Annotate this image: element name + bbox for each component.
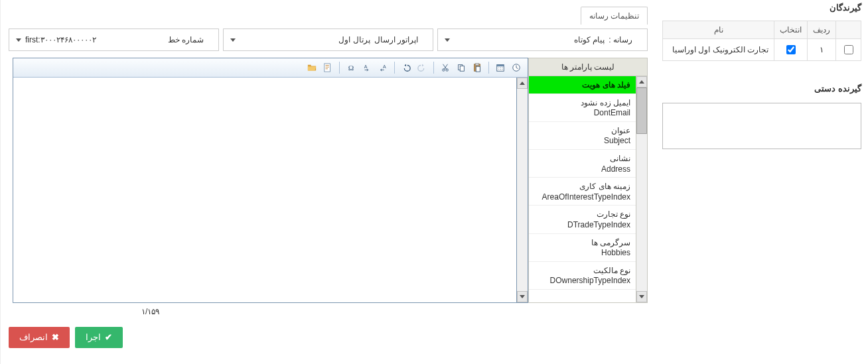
operator-select[interactable]: اپراتور ارسال پرتال اول — [223, 29, 433, 51]
param-item[interactable]: فیلد های هویت — [529, 76, 636, 94]
param-label-fa: زمینه های کاری — [534, 182, 630, 192]
cancel-label: انصراف — [19, 332, 48, 343]
param-label-en: Hobbies — [601, 248, 630, 257]
param-item[interactable]: نشانیAddress — [529, 150, 636, 178]
redo-icon[interactable] — [415, 60, 429, 75]
param-label-fa: فیلد های هویت — [534, 80, 630, 91]
content-row: لیست پارامتر ها فیلد های هویتایمیل زده ن… — [9, 58, 648, 303]
paste-icon[interactable] — [470, 60, 484, 75]
param-item[interactable]: نوع تجارتDTradeTypeIndex — [529, 206, 636, 233]
svg-text:Ω: Ω — [348, 64, 354, 72]
separator — [394, 62, 395, 74]
col-row: ردیف — [808, 21, 836, 39]
char-counter: ۱/۱۵۹ — [132, 303, 656, 316]
param-label-fa: سرگرمی ها — [534, 238, 630, 249]
line-select[interactable]: شماره خط first:۳۰۰۰۲۴۶۸۰۰۰۰۰۲ — [9, 29, 219, 51]
cancel-button[interactable]: ✖ انصراف — [9, 327, 70, 348]
media-label: رسانه : — [609, 35, 632, 44]
param-label-fa: عنوان — [534, 126, 630, 137]
operator-label: اپراتور ارسال — [374, 35, 418, 44]
run-button[interactable]: ✔ اجرا — [75, 327, 123, 348]
buttons-row: ✔ اجرا ✖ انصراف — [9, 327, 648, 348]
param-label-en: DOwnershipTypeIndex — [550, 276, 630, 285]
recipients-table: ردیف انتخاب نام ۱تجارت الکترونیک اول اور… — [662, 21, 861, 61]
cut-icon[interactable] — [438, 60, 453, 75]
svg-rect-12 — [497, 65, 504, 67]
omega-icon[interactable]: Ω — [344, 60, 358, 75]
undo-icon[interactable] — [399, 60, 413, 75]
svg-text:A: A — [364, 64, 368, 69]
param-label-fa: ایمیل زده نشود — [534, 98, 630, 109]
text-direction-rtl-icon[interactable]: A — [376, 60, 390, 75]
svg-text:A: A — [383, 64, 386, 69]
separator — [488, 62, 489, 74]
svg-rect-0 — [325, 64, 330, 72]
param-label-fa: نوع مالکیت — [534, 266, 630, 276]
editor-textarea[interactable] — [13, 78, 516, 302]
clock-icon[interactable] — [509, 60, 524, 75]
param-item[interactable]: زمینه های کاریAreaOfInterestTypeIndex — [529, 178, 636, 206]
scroll-thumb[interactable] — [636, 88, 647, 134]
col-name: نام — [663, 21, 774, 39]
text-direction-ltr-icon[interactable]: A — [360, 60, 374, 75]
scroll-up-icon[interactable] — [517, 78, 528, 89]
param-label-en: Address — [601, 164, 630, 174]
copy-icon[interactable] — [454, 60, 469, 75]
param-item[interactable]: نوع مالکیتDOwnershipTypeIndex — [529, 262, 636, 290]
separator — [433, 62, 434, 74]
row-select-cell — [774, 39, 808, 61]
col-select: انتخاب — [774, 21, 808, 39]
calendar-icon[interactable] — [493, 60, 508, 75]
folder-open-icon[interactable] — [305, 60, 319, 75]
check-icon: ✔ — [105, 332, 112, 343]
document-format-icon[interactable] — [321, 60, 335, 75]
param-label-en: DTradeTypeIndex — [567, 220, 630, 229]
main-area: تنظیمات رسانه رسانه : پیام کوتاه اپراتور… — [0, 0, 656, 364]
row-select-checkbox[interactable] — [786, 45, 796, 54]
param-label-en: AreaOfInterestTypeIndex — [542, 192, 630, 202]
manual-recipient-input[interactable] — [662, 103, 861, 149]
separator — [339, 62, 340, 74]
editor-panel: Ω A A — [13, 58, 528, 303]
selectors-row: رسانه : پیام کوتاه اپراتور ارسال پرتال ا… — [9, 29, 648, 51]
scroll-down-icon[interactable] — [636, 291, 647, 302]
row-leading-checkbox — [836, 39, 861, 61]
scroll-down-icon[interactable] — [517, 291, 528, 302]
param-label-fa: نوع تجارت — [534, 210, 630, 220]
param-item[interactable]: عنوانSubject — [529, 122, 636, 150]
media-select[interactable]: رسانه : پیام کوتاه — [437, 29, 648, 51]
parameters-panel: لیست پارامتر ها فیلد های هویتایمیل زده ن… — [528, 58, 648, 303]
scroll-up-icon[interactable] — [636, 76, 647, 88]
close-icon: ✖ — [52, 332, 59, 343]
recipients-title: گیرندگان — [656, 0, 868, 17]
parameters-title: لیست پارامتر ها — [529, 58, 647, 76]
param-label-fa: نشانی — [534, 154, 630, 164]
tab-label: تنظیمات رسانه — [589, 11, 639, 21]
operator-value: پرتال اول — [236, 35, 374, 44]
sidebar: گیرندگان ردیف انتخاب نام ۱تجارت الکترونی… — [656, 0, 868, 364]
row-name: تجارت الکترونیک اول اوراسیا — [663, 39, 774, 61]
run-label: اجرا — [86, 332, 101, 343]
editor-scrollbar[interactable] — [516, 78, 528, 302]
svg-rect-7 — [460, 66, 464, 71]
row-checkbox[interactable] — [844, 45, 853, 54]
row-index: ۱ — [808, 39, 836, 61]
param-scrollbar[interactable] — [636, 76, 647, 302]
svg-rect-10 — [476, 66, 480, 72]
col-blank — [836, 21, 861, 39]
editor-toolbar: Ω A A — [13, 58, 528, 78]
chevron-down-icon — [445, 38, 450, 42]
param-item[interactable]: سرگرمی هاHobbies — [529, 234, 636, 262]
media-value: پیام کوتاه — [450, 35, 609, 44]
svg-rect-9 — [475, 64, 478, 66]
line-label: شماره خط — [168, 35, 204, 44]
line-value: first:۳۰۰۰۲۴۶۸۰۰۰۰۰۲ — [21, 35, 168, 44]
parameters-list[interactable]: فیلد های هویتایمیل زده نشودDontEmailعنوا… — [529, 76, 636, 302]
chevron-down-icon — [230, 38, 236, 42]
param-item[interactable]: ایمیل زده نشودDontEmail — [529, 94, 636, 122]
tab-media-settings[interactable]: تنظیمات رسانه — [581, 7, 648, 25]
chevron-down-icon — [16, 38, 21, 42]
param-label-en: DontEmail — [594, 108, 630, 117]
table-row: ۱تجارت الکترونیک اول اوراسیا — [663, 39, 861, 61]
param-label-en: Subject — [604, 136, 630, 145]
